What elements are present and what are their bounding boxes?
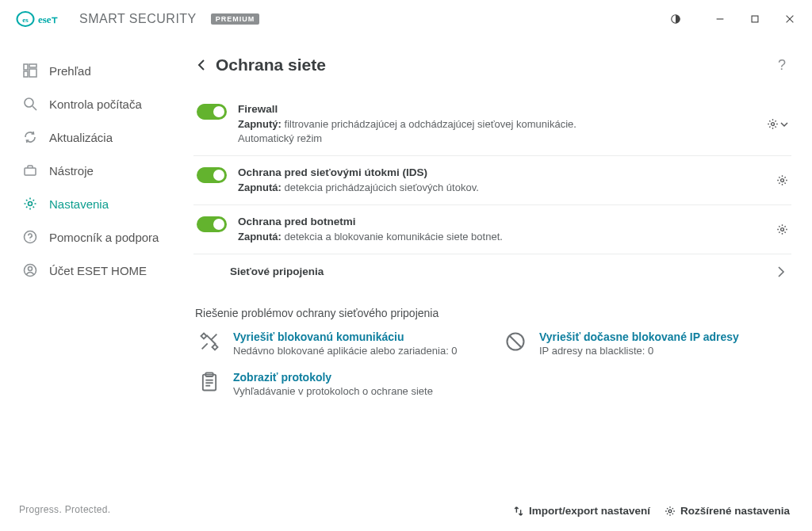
close-button[interactable] <box>774 6 806 32</box>
gear-icon <box>22 196 38 212</box>
maximize-button[interactable] <box>739 6 771 32</box>
help-icon <box>22 229 38 245</box>
sidebar-item-update[interactable]: Aktualizácia <box>0 120 184 154</box>
sidebar-item-overview[interactable]: Prehľad <box>0 54 184 87</box>
network-connections-link[interactable]: Sieťové pripojenia <box>193 254 791 289</box>
window-controls <box>660 6 806 32</box>
gear-icon <box>665 506 676 517</box>
clipboard-icon <box>198 371 222 395</box>
row-description: Zapnutý: filtrovanie prichádzajúcej a od… <box>238 117 745 132</box>
page-title: Ochrana siete <box>216 55 326 74</box>
chevron-right-icon <box>777 266 785 277</box>
import-export-button[interactable]: Import/export nastavení <box>513 505 650 517</box>
svg-line-13 <box>33 106 36 110</box>
ts-item-blocked-ip: Vyriešiť dočasne blokované IP adresy IP … <box>504 330 791 357</box>
setting-row-ids: Ochrana pred sieťovými útokmi (IDS) Zapn… <box>193 156 791 205</box>
ts-link[interactable]: Zobraziť protokoly <box>233 371 433 384</box>
title-bar: es eseᴛ SMART SECURITY PREMIUM <box>0 0 812 38</box>
advanced-settings-button[interactable]: Rozšírené nastavenia <box>665 505 790 517</box>
chevron-down-icon <box>780 120 788 128</box>
back-button[interactable] <box>193 57 209 73</box>
sidebar-item-settings[interactable]: Nastavenia <box>0 187 184 220</box>
row-description: Zapnutá: detekcia a blokovanie komunikác… <box>238 230 755 244</box>
svg-point-30 <box>668 510 672 513</box>
refresh-icon <box>22 129 38 145</box>
sidebar: Prehľad Kontrola počítača Aktualizácia N… <box>0 38 184 531</box>
block-icon <box>504 330 528 354</box>
setting-row-botnet: Ochrana pred botnetmi Zapnutá: detekcia … <box>193 205 791 254</box>
sidebar-item-label: Prehľad <box>49 64 91 78</box>
svg-rect-5 <box>752 16 758 22</box>
svg-point-22 <box>781 228 784 231</box>
main-content: Ochrana siete ? Firewall Zapnutý: filtro… <box>184 38 812 531</box>
toolbox-icon <box>22 162 38 178</box>
product-name: SMART SECURITY <box>79 12 197 26</box>
theme-toggle-icon[interactable] <box>660 6 691 32</box>
dashboard-icon <box>22 63 38 78</box>
import-export-icon <box>513 506 524 517</box>
sidebar-item-label: Aktualizácia <box>49 131 113 144</box>
row-extra: Automatický režim <box>238 132 745 146</box>
tagline: Progress. Protected. <box>0 504 184 531</box>
troubleshoot-grid: Vyriešiť blokovanú komunikáciu Nedávno b… <box>193 330 791 397</box>
row-description: Zapnutá: detekcia prichádzajúcich sieťov… <box>238 181 755 195</box>
toggle-botnet[interactable] <box>197 216 227 232</box>
svg-text:eseᴛ: eseᴛ <box>38 13 58 25</box>
footer-label: Rozšírené nastavenia <box>680 505 790 517</box>
row-title: Ochrana pred sieťovými útokmi (IDS) <box>238 166 755 181</box>
svg-point-12 <box>25 98 33 107</box>
sidebar-item-label: Kontrola počítača <box>49 97 142 111</box>
svg-rect-9 <box>29 64 36 67</box>
minimize-button[interactable] <box>704 6 736 32</box>
brand: es eseᴛ SMART SECURITY PREMIUM <box>16 10 259 28</box>
sidebar-item-account[interactable]: Účet ESET HOME <box>0 254 184 287</box>
setting-row-firewall: Firewall Zapnutý: filtrovanie prichádzaj… <box>193 93 791 156</box>
svg-point-21 <box>781 179 784 182</box>
footer-label: Import/export nastavení <box>529 505 650 517</box>
svg-rect-14 <box>25 168 36 175</box>
user-icon <box>22 262 38 278</box>
sidebar-item-label: Účet ESET HOME <box>49 264 147 277</box>
ts-sub: IP adresy na blackliste: 0 <box>539 345 739 357</box>
sidebar-item-label: Pomocník a podpora <box>49 231 159 244</box>
svg-rect-8 <box>24 64 28 70</box>
context-help-button[interactable]: ? <box>772 55 791 74</box>
ts-sub: Vyhľadávanie v protokoloch o ochrane sie… <box>233 385 433 397</box>
ts-item-logs: Zobraziť protokoly Vyhľadávanie v protok… <box>198 371 485 397</box>
svg-point-17 <box>29 239 30 240</box>
row-gear-button[interactable] <box>766 223 788 235</box>
ts-link[interactable]: Vyriešiť blokovanú komunikáciu <box>233 330 458 343</box>
troubleshoot-heading: Riešenie problémov ochrany sieťového pri… <box>195 307 791 319</box>
row-gear-menu[interactable] <box>756 118 788 130</box>
svg-line-24 <box>509 336 521 348</box>
ts-sub: Nedávno blokované aplikácie alebo zariad… <box>233 345 458 357</box>
tools-icon <box>198 330 222 354</box>
row-title: Sieťové pripojenia <box>230 266 324 277</box>
svg-point-19 <box>29 267 33 271</box>
premium-badge: PREMIUM <box>211 13 260 25</box>
svg-rect-11 <box>29 69 36 77</box>
sidebar-item-label: Nastavenia <box>49 197 109 211</box>
toggle-ids[interactable] <box>197 167 227 183</box>
ts-item-blocked-comm: Vyriešiť blokovanú komunikáciu Nedávno b… <box>198 330 485 357</box>
sidebar-item-label: Nástroje <box>49 164 94 178</box>
magnifier-icon <box>22 96 38 112</box>
eset-logo-icon: es eseᴛ <box>16 10 71 28</box>
row-gear-button[interactable] <box>766 174 788 186</box>
svg-text:es: es <box>22 16 29 24</box>
main-footer: Import/export nastavení Rozšírené nastav… <box>193 494 791 531</box>
svg-rect-10 <box>24 71 28 77</box>
row-title: Firewall <box>238 102 745 117</box>
svg-point-20 <box>772 123 775 126</box>
ts-link[interactable]: Vyriešiť dočasne blokované IP adresy <box>539 330 739 343</box>
sidebar-item-tools[interactable]: Nástroje <box>0 154 184 187</box>
row-title: Ochrana pred botnetmi <box>238 215 755 230</box>
sidebar-item-help[interactable]: Pomocník a podpora <box>0 220 184 254</box>
toggle-firewall[interactable] <box>197 104 227 120</box>
svg-point-15 <box>29 202 33 206</box>
sidebar-item-scan[interactable]: Kontrola počítača <box>0 87 184 120</box>
